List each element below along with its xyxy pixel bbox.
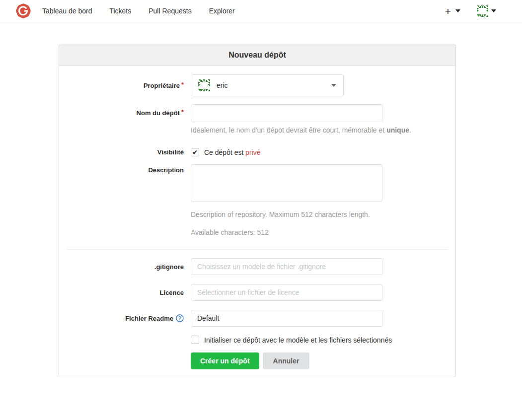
chevron-down-icon[interactable] xyxy=(491,9,496,12)
owner-label-text: Propriétaire xyxy=(144,82,180,89)
private-highlight: privé xyxy=(245,148,260,156)
readme-input[interactable] xyxy=(191,310,382,327)
description-textarea[interactable] xyxy=(191,164,382,202)
description-help: Description of repository. Maximum 512 c… xyxy=(191,210,448,218)
readme-label: Fichier Readme ? xyxy=(67,314,191,322)
create-repo-button[interactable]: Créer un dépôt xyxy=(191,352,259,369)
page-title: Nouveau dépôt xyxy=(228,51,286,60)
description-field-row: Description Description of repository. M… xyxy=(67,164,448,236)
section-divider xyxy=(67,249,448,250)
nav-item-issues[interactable]: Tickets xyxy=(109,7,131,15)
gitea-logo-icon[interactable] xyxy=(15,2,32,19)
repo-name-help-suffix: . xyxy=(409,126,411,134)
readme-field-row: Fichier Readme ? xyxy=(67,310,448,327)
description-label: Description xyxy=(67,164,191,174)
owner-label: Propriétaire* xyxy=(67,82,191,89)
nav-item-explore[interactable]: Explorer xyxy=(209,7,235,15)
readme-label-text: Fichier Readme xyxy=(125,315,173,322)
init-checkbox-label: Initialiser ce dépôt avec le modèle et l… xyxy=(204,336,392,344)
required-asterisk: * xyxy=(181,81,184,88)
nav-item-pull-requests[interactable]: Pull Requests xyxy=(149,7,191,15)
repo-name-help: Idéalement, le nom d'un dépot devrait êt… xyxy=(191,126,448,134)
init-checkbox-row: Initialiser ce dépôt avec le modèle et l… xyxy=(67,336,448,344)
user-avatar[interactable] xyxy=(477,5,488,17)
required-asterisk: * xyxy=(181,108,184,116)
license-input[interactable] xyxy=(191,284,382,301)
question-circle-icon[interactable]: ? xyxy=(176,314,184,322)
repo-name-help-bold: unique xyxy=(386,126,409,134)
form-actions-row: Créer un dépôt Annuler xyxy=(67,352,448,369)
chevron-down-icon xyxy=(331,84,336,87)
visibility-text-prefix: Ce dépôt est xyxy=(204,148,245,156)
repo-name-label: Nom du dépôt* xyxy=(67,104,191,117)
private-checkbox[interactable] xyxy=(191,148,199,156)
owner-dropdown[interactable]: eric xyxy=(191,74,344,96)
panel-header: Nouveau dépôt xyxy=(59,44,455,66)
navbar-right-group: + xyxy=(445,5,496,17)
gitignore-input[interactable] xyxy=(191,258,382,275)
visibility-field-row: Visibilité Ce dépôt est privé xyxy=(67,148,448,156)
license-field-row: Licence xyxy=(67,284,448,301)
repo-name-input[interactable] xyxy=(191,104,382,122)
gitignore-field-row: .gitignore xyxy=(67,258,448,275)
repo-name-help-prefix: Idéalement, le nom d'un dépot devrait êt… xyxy=(191,126,386,134)
repo-name-label-text: Nom du dépôt xyxy=(137,109,180,117)
new-repo-panel: Nouveau dépôt Propriétaire* xyxy=(59,44,456,377)
owner-avatar-identicon xyxy=(198,79,210,91)
cancel-button[interactable]: Annuler xyxy=(263,352,310,369)
owner-field-row: Propriétaire* eric xyxy=(67,74,448,96)
init-repo-checkbox[interactable] xyxy=(191,336,199,344)
gitignore-label: .gitignore xyxy=(67,263,191,271)
panel-body: Propriétaire* eric xyxy=(59,66,455,377)
chevron-down-icon[interactable] xyxy=(455,9,460,12)
top-navbar: Tableau de bord Tickets Pull Requests Ex… xyxy=(0,0,522,22)
visibility-label: Visibilité xyxy=(67,148,191,156)
svg-text:?: ? xyxy=(178,316,181,321)
visibility-text: Ce dépôt est privé xyxy=(204,148,261,156)
nav-item-dashboard[interactable]: Tableau de bord xyxy=(42,7,92,15)
repo-name-field-row: Nom du dépôt* Idéalement, le nom d'un dé… xyxy=(67,104,448,134)
plus-icon[interactable]: + xyxy=(445,6,451,16)
owner-selected-value: eric xyxy=(217,81,331,89)
license-label: Licence xyxy=(67,289,191,296)
available-characters-text: Available characters: 512 xyxy=(191,228,448,236)
